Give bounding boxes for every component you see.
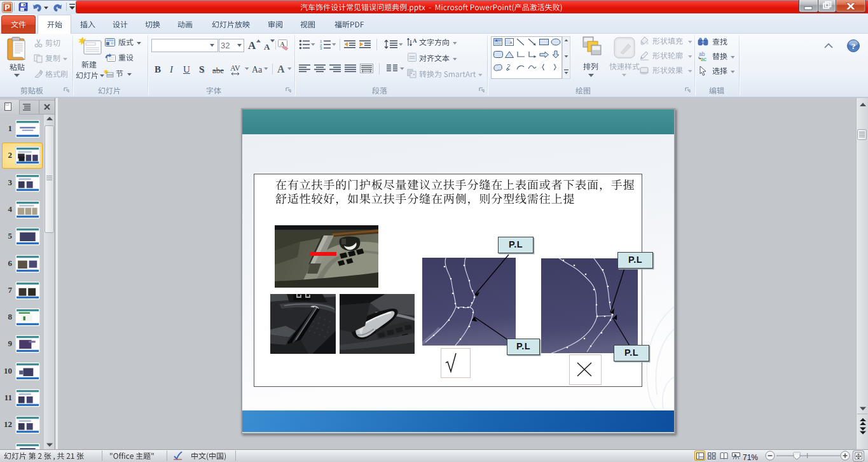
svg-text:A: A bbox=[280, 41, 285, 47]
svg-text:P: P bbox=[4, 3, 10, 12]
svg-text:3: 3 bbox=[320, 46, 322, 50]
svg-text:ac: ac bbox=[701, 56, 707, 62]
svg-text:A: A bbox=[413, 38, 417, 44]
svg-text:AV: AV bbox=[230, 64, 240, 73]
svg-text:?: ? bbox=[851, 41, 856, 51]
